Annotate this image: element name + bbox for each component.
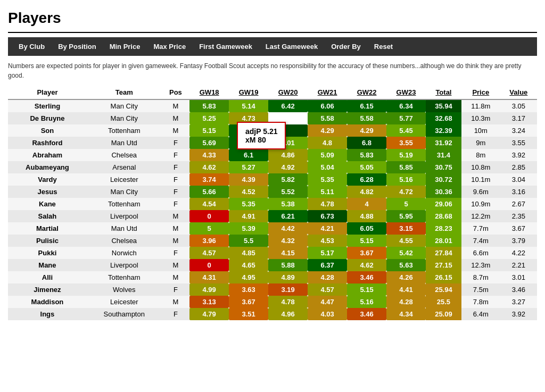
col-gw23[interactable]: GW23 <box>386 86 426 99</box>
pos-cell: F <box>162 308 190 320</box>
table-row: SalahLiverpoolM04.916.216.734.885.9528.6… <box>8 210 537 222</box>
gw23-cell: 3.55 <box>386 137 426 149</box>
table-row: PukkiNorwichF4.574.854.155.173.675.4227.… <box>8 247 537 259</box>
gw20-cell: 4.32 <box>268 235 308 247</box>
gw22-cell: 4.88 <box>347 210 386 222</box>
player-name-cell: Aubameyang <box>8 161 87 173</box>
gw21-cell: 6.06 <box>308 99 347 112</box>
price-cell: 8.7m <box>461 271 500 283</box>
value-cell: 2.85 <box>500 161 537 173</box>
gw22-cell: 3.46 <box>347 271 386 283</box>
gw21-cell: 5.11 <box>308 186 347 198</box>
total-cell: 30.72 <box>426 173 461 186</box>
price-cell: 10.3m <box>461 112 500 124</box>
price-cell: 12.3m <box>461 259 500 271</box>
value-cell: 3.24 <box>500 124 537 137</box>
page-title: Players <box>8 5 537 33</box>
player-name-cell: Jesus <box>8 186 87 198</box>
gw21-cell: 5.17 <box>308 247 347 259</box>
col-gw19[interactable]: GW19 <box>229 86 268 99</box>
min-price-button[interactable]: Min Price <box>104 40 146 53</box>
gw20-cell: 4.78 <box>268 296 308 308</box>
gw20-cell: 6.42 <box>268 99 308 112</box>
gw20-cell: 4.42 <box>268 222 308 235</box>
gw18-cell: 3.74 <box>189 173 229 186</box>
pos-cell: F <box>162 247 190 259</box>
gw21-cell: 5.04 <box>308 161 347 173</box>
gw21-cell: 4.8 <box>308 137 347 149</box>
player-name-cell: Kane <box>8 198 87 210</box>
players-table-wrapper: Player Team Pos GW18 GW19 GW20 GW21 GW22… <box>8 86 537 320</box>
gw22-cell: 6.8 <box>347 137 386 149</box>
gw21-cell: 5.58 <box>308 112 347 124</box>
gw23-cell: 5.16 <box>386 173 426 186</box>
value-cell: 3.67 <box>500 222 537 235</box>
price-cell: 12.2m <box>461 210 500 222</box>
value-cell: 2.67 <box>500 198 537 210</box>
value-cell: 3.92 <box>500 308 537 320</box>
col-total[interactable]: Total <box>426 86 461 99</box>
pos-cell: F <box>162 283 190 296</box>
filter-bar: By Club By Position Min Price Max Price … <box>8 37 537 56</box>
gw18-cell: 4.31 <box>189 271 229 283</box>
col-value[interactable]: Value <box>500 86 537 99</box>
player-name-cell: Salah <box>8 210 87 222</box>
team-cell: Norwich <box>87 247 162 259</box>
table-row: SonTottenhamM5.156.094.294.295.4532.3910… <box>8 124 537 137</box>
gw19-cell: 5.35 <box>229 198 268 210</box>
team-cell: Leicester <box>87 296 162 308</box>
gw22-cell: 5.83 <box>347 149 386 161</box>
price-cell: 7.5m <box>461 283 500 296</box>
gw23-cell: 5.95 <box>386 210 426 222</box>
team-cell: Tottenham <box>87 271 162 283</box>
price-cell: 10m <box>461 124 500 137</box>
col-price[interactable]: Price <box>461 86 500 99</box>
gw23-cell: 5.42 <box>386 247 426 259</box>
gw20-cell: 3.19 <box>268 283 308 296</box>
pos-cell: F <box>162 173 190 186</box>
col-gw21[interactable]: GW21 <box>308 86 347 99</box>
col-team: Team <box>87 86 162 99</box>
gw18-cell: 5.15 <box>189 124 229 137</box>
gw21-cell: 4.28 <box>308 271 347 283</box>
pos-cell: F <box>162 186 190 198</box>
gw22-cell: 4.62 <box>347 259 386 271</box>
max-price-button[interactable]: Max Price <box>148 40 191 53</box>
col-gw18[interactable]: GW18 <box>189 86 229 99</box>
gw22-cell: 5.16 <box>347 296 386 308</box>
gw23-cell: 4.72 <box>386 186 426 198</box>
table-row: JimenezWolvesF4.993.633.194.575.154.4125… <box>8 283 537 296</box>
total-cell: 27.15 <box>426 259 461 271</box>
players-table: Player Team Pos GW18 GW19 GW20 GW21 GW22… <box>8 86 537 320</box>
value-cell: 3.79 <box>500 235 537 247</box>
total-cell: 27.84 <box>426 247 461 259</box>
gw22-cell: 4.82 <box>347 186 386 198</box>
table-row: AbrahamChelseaF4.336.14.865.095.835.1931… <box>8 149 537 161</box>
col-gw22[interactable]: GW22 <box>347 86 386 99</box>
gw18-cell: 0 <box>189 259 229 271</box>
total-cell: 35.94 <box>426 99 461 112</box>
col-gw20[interactable]: GW20 <box>268 86 308 99</box>
order-by-button[interactable]: Order By <box>326 40 366 53</box>
gw18-cell: 3.13 <box>189 296 229 308</box>
by-club-button[interactable]: By Club <box>13 40 50 53</box>
gw22-cell: 4 <box>347 198 386 210</box>
gw23-cell: 3.15 <box>386 222 426 235</box>
value-cell: 3.05 <box>500 99 537 112</box>
gw19-cell: 6.08 <box>229 137 268 149</box>
reset-button[interactable]: Reset <box>369 40 398 53</box>
gw20-cell: 5.88 <box>268 259 308 271</box>
pos-cell: F <box>162 149 190 161</box>
team-cell: Man City <box>87 112 162 124</box>
by-position-button[interactable]: By Position <box>53 40 102 53</box>
table-row: KaneTottenhamF4.545.355.384.784529.0610.… <box>8 198 537 210</box>
value-cell: 2.35 <box>500 210 537 222</box>
pos-cell: F <box>162 198 190 210</box>
player-name-cell: Mane <box>8 259 87 271</box>
last-gameweek-button[interactable]: Last Gameweek <box>260 40 323 53</box>
gw23-cell: 4.41 <box>386 283 426 296</box>
value-cell: 3.17 <box>500 112 537 124</box>
first-gameweek-button[interactable]: First Gameweek <box>194 40 258 53</box>
total-cell: 25.94 <box>426 283 461 296</box>
total-cell: 30.75 <box>426 161 461 173</box>
